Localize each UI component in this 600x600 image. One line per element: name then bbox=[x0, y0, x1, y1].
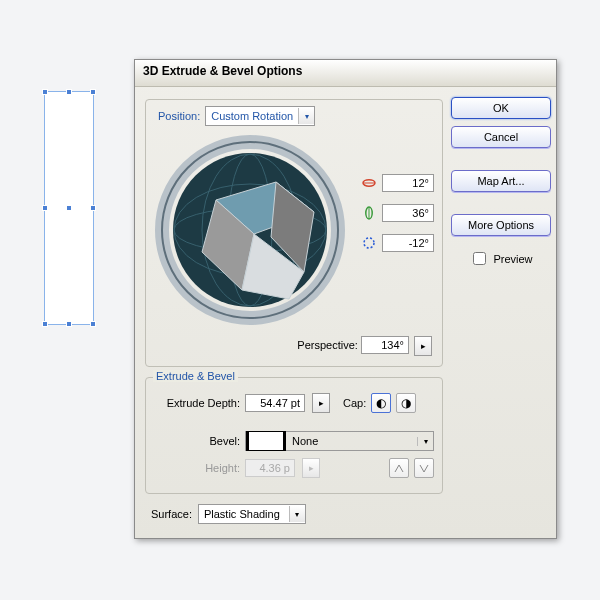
preview-checkbox[interactable]: Preview bbox=[469, 249, 532, 268]
cap-on-button[interactable]: ◐ bbox=[371, 393, 391, 413]
position-label: Position: bbox=[158, 110, 200, 122]
bevel-height-input: 4.36 p bbox=[245, 459, 295, 477]
bevel-out-button[interactable] bbox=[414, 458, 434, 478]
surface-value: Plastic Shading bbox=[199, 508, 289, 520]
preview-checkbox-input[interactable] bbox=[473, 252, 486, 265]
bevel-in-button[interactable] bbox=[389, 458, 409, 478]
chevron-down-icon: ▾ bbox=[417, 437, 433, 446]
selection-handle[interactable] bbox=[66, 89, 72, 95]
rotate-x-icon bbox=[362, 176, 376, 190]
selection-handle[interactable] bbox=[42, 89, 48, 95]
cancel-button[interactable]: Cancel bbox=[451, 126, 551, 148]
dialog-title: 3D Extrude & Bevel Options bbox=[135, 60, 556, 87]
selection-handle[interactable] bbox=[66, 321, 72, 327]
position-value: Custom Rotation bbox=[206, 110, 298, 122]
more-options-button[interactable]: More Options bbox=[451, 214, 551, 236]
angle-y-input[interactable]: 36° bbox=[382, 204, 434, 222]
artboard-shape bbox=[44, 91, 94, 325]
selection-handle[interactable] bbox=[90, 321, 96, 327]
position-dropdown[interactable]: Custom Rotation ▾ bbox=[205, 106, 315, 126]
extrude-group-title: Extrude & Bevel bbox=[153, 370, 238, 382]
bevel-label: Bevel: bbox=[154, 435, 240, 447]
bevel-value: None bbox=[290, 435, 417, 447]
cap-label: Cap: bbox=[343, 397, 366, 409]
rotate-z-icon bbox=[362, 236, 376, 250]
surface-label: Surface: bbox=[151, 508, 192, 520]
bevel-swatch-icon bbox=[246, 431, 286, 451]
selection-handle[interactable] bbox=[90, 205, 96, 211]
bevel-height-stepper: ▸ bbox=[302, 458, 320, 478]
selection-handle[interactable] bbox=[42, 321, 48, 327]
perspective-input[interactable]: 134° bbox=[361, 336, 409, 354]
chevron-down-icon: ▾ bbox=[298, 108, 314, 124]
extrude-depth-label: Extrude Depth: bbox=[154, 397, 240, 409]
bevel-height-label: Height: bbox=[154, 462, 240, 474]
perspective-stepper[interactable]: ▸ bbox=[414, 336, 432, 356]
angle-z-input[interactable]: -12° bbox=[382, 234, 434, 252]
rotate-y-icon bbox=[362, 206, 376, 220]
extrude-depth-stepper[interactable]: ▸ bbox=[312, 393, 330, 413]
perspective-label: Perspective: bbox=[297, 339, 358, 351]
ok-button[interactable]: OK bbox=[451, 97, 551, 119]
dialog-3d-extrude-bevel: 3D Extrude & Bevel Options Position: Cus… bbox=[134, 59, 557, 539]
extrude-depth-input[interactable]: 54.47 pt bbox=[245, 394, 305, 412]
rotation-trackball[interactable] bbox=[154, 134, 346, 326]
surface-dropdown[interactable]: Plastic Shading ▾ bbox=[198, 504, 306, 524]
cap-off-button[interactable]: ◑ bbox=[396, 393, 416, 413]
svg-point-15 bbox=[364, 238, 374, 248]
bevel-dropdown[interactable]: None ▾ bbox=[245, 431, 434, 451]
selection-center[interactable] bbox=[66, 205, 72, 211]
chevron-down-icon: ▾ bbox=[289, 506, 305, 522]
map-art-button[interactable]: Map Art... bbox=[451, 170, 551, 192]
preview-label: Preview bbox=[493, 253, 532, 265]
selection-handle[interactable] bbox=[42, 205, 48, 211]
angle-x-input[interactable]: 12° bbox=[382, 174, 434, 192]
selection-handle[interactable] bbox=[90, 89, 96, 95]
